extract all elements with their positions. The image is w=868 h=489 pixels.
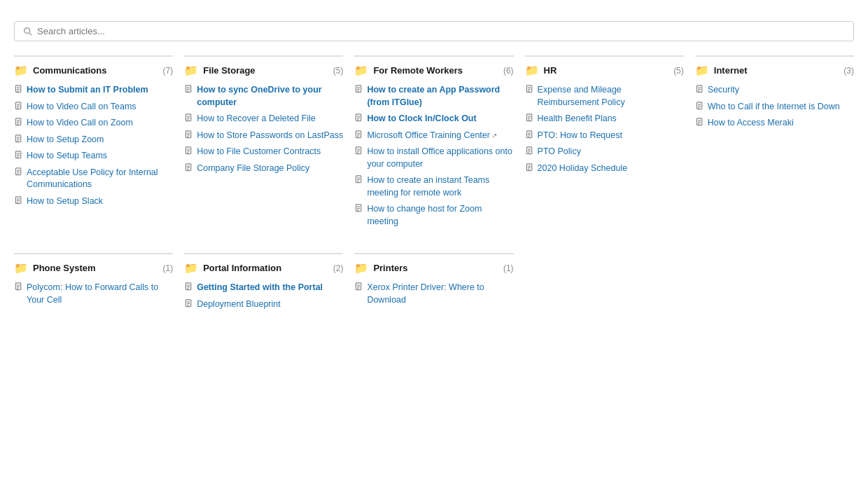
article-link[interactable]: Security [708, 84, 739, 97]
doc-icon [354, 130, 363, 139]
article-link[interactable]: How to Access Meraki [708, 117, 794, 130]
list-item: How to change host for Zoom meeting [354, 203, 513, 228]
doc-icon [184, 85, 193, 94]
list-item: How to Video Call on Teams [14, 101, 173, 113]
list-item: How to Video Call on Zoom [14, 117, 173, 130]
article-link[interactable]: Expense and Mileage Reimbursement Policy [538, 84, 684, 109]
category-title-communications: Communications [33, 65, 106, 76]
doc-icon [354, 113, 363, 123]
doc-icon [354, 85, 363, 94]
article-link[interactable]: How to Setup Teams [27, 150, 107, 163]
category-printers: 📁Printers(1) Xerox Printer Driver: Where… [354, 253, 513, 315]
doc-icon [184, 130, 193, 139]
article-link[interactable]: How to create an App Password (from ITGl… [367, 84, 513, 109]
article-link[interactable]: How to Recover a Deleted File [197, 113, 316, 125]
category-title-internet: Internet [714, 65, 748, 76]
list-item: Expense and Mileage Reimbursement Policy [525, 84, 684, 109]
category-header-phone-system: 📁Phone System(1) [14, 261, 173, 275]
list-item: Acceptable Use Policy for Internal Commu… [14, 167, 173, 191]
category-count-file-storage: (5) [333, 66, 344, 76]
article-link[interactable]: How to Submit an IT Problem [27, 84, 148, 97]
list-item: Getting Started with the Portal [184, 282, 343, 294]
category-portal-information: 📁Portal Information(2) Getting Started w… [184, 253, 343, 315]
list-item: Deployment Blueprint [184, 298, 343, 311]
list-item: Microsoft Office Training Center↗ [354, 130, 513, 142]
article-link[interactable]: Deployment Blueprint [197, 298, 281, 311]
article-link[interactable]: Health Benefit Plans [538, 113, 617, 125]
doc-icon [184, 163, 193, 172]
doc-icon [184, 113, 193, 123]
doc-icon [354, 282, 363, 291]
category-count-communications: (7) [163, 66, 174, 76]
list-item: Polycom: How to Forward Calls to Your Ce… [14, 282, 173, 306]
doc-icon [525, 113, 534, 123]
search-input[interactable] [37, 26, 845, 36]
list-item: How to Submit an IT Problem [14, 84, 173, 97]
category-header-printers: 📁Printers(1) [354, 261, 513, 275]
category-title-wrap-communications: 📁Communications [14, 64, 106, 77]
category-title-wrap-phone-system: 📁Phone System [14, 261, 96, 275]
article-link[interactable]: PTO: How to Request [538, 130, 622, 142]
category-count-hr: (5) [673, 66, 684, 76]
article-link[interactable]: Getting Started with the Portal [197, 282, 323, 294]
row2-grid: 📁Phone System(1) Polycom: How to Forward… [14, 253, 854, 336]
category-for-remote-workers: 📁For Remote Workers(6) How to create an … [354, 55, 513, 232]
article-link[interactable]: Microsoft Office Training Center↗ [367, 130, 497, 142]
article-link[interactable]: How to Setup Zoom [27, 134, 104, 146]
search-bar [14, 21, 854, 41]
category-header-hr: 📁HR(5) [525, 64, 684, 77]
list-item: How to Setup Zoom [14, 134, 173, 146]
article-link[interactable]: Acceptable Use Policy for Internal Commu… [27, 167, 173, 191]
list-item: Company File Storage Policy [184, 163, 343, 175]
doc-icon [14, 196, 23, 205]
list-item: Xerox Printer Driver: Where to Download [354, 282, 513, 306]
article-link[interactable]: How to sync OneDrive to your computer [197, 84, 343, 109]
category-header-internet: 📁Internet(3) [695, 64, 854, 77]
article-link[interactable]: How to Video Call on Teams [27, 101, 136, 113]
article-link[interactable]: Company File Storage Policy [197, 163, 309, 175]
doc-icon [184, 282, 193, 291]
list-item: How to Setup Teams [14, 150, 173, 163]
list-item: PTO: How to Request [525, 130, 684, 142]
category-header-communications: 📁Communications(7) [14, 64, 173, 77]
folder-icon: 📁 [184, 261, 198, 275]
list-item: How to Clock In/Clock Out [354, 113, 513, 125]
category-title-phone-system: Phone System [33, 263, 96, 273]
article-link[interactable]: How to change host for Zoom meeting [367, 203, 513, 228]
doc-icon [695, 118, 704, 127]
article-link[interactable]: How to Video Call on Zoom [27, 117, 133, 130]
category-title-wrap-hr: 📁HR [525, 64, 557, 77]
article-link[interactable]: How to create an instant Teams meeting f… [367, 174, 513, 199]
article-link[interactable]: Who to Call if the Internet is Down [708, 101, 840, 113]
category-count-phone-system: (1) [163, 263, 174, 273]
category-title-portal-information: Portal Information [203, 263, 281, 273]
category-title-wrap-portal-information: 📁Portal Information [184, 261, 281, 275]
category-communications: 📁Communications(7) How to Submit an IT P… [14, 55, 173, 232]
article-link[interactable]: How to Setup Slack [27, 195, 103, 208]
category-count-for-remote-workers: (6) [503, 66, 514, 76]
article-link[interactable]: How to File Customer Contracts [197, 146, 321, 158]
doc-icon [525, 85, 534, 94]
list-item: How to Setup Slack [14, 195, 173, 208]
search-icon [23, 27, 33, 36]
category-phone-system: 📁Phone System(1) Polycom: How to Forward… [14, 253, 173, 315]
doc-icon [354, 204, 363, 213]
folder-icon: 📁 [354, 261, 368, 275]
article-link[interactable]: How to install Office applications onto … [367, 146, 513, 170]
doc-icon [14, 102, 23, 111]
list-item: How to create an App Password (from ITGl… [354, 84, 513, 109]
list-item: How to Recover a Deleted File [184, 113, 343, 125]
category-title-wrap-internet: 📁Internet [695, 64, 748, 77]
external-link-icon: ↗ [491, 132, 497, 139]
article-list-phone-system: Polycom: How to Forward Calls to Your Ce… [14, 282, 173, 306]
folder-icon: 📁 [525, 64, 539, 77]
article-link[interactable]: How to Clock In/Clock Out [367, 113, 476, 125]
article-link[interactable]: Xerox Printer Driver: Where to Download [367, 282, 513, 306]
article-link[interactable]: PTO Policy [538, 146, 581, 158]
doc-icon [14, 85, 23, 94]
doc-icon [695, 85, 704, 94]
article-link[interactable]: Polycom: How to Forward Calls to Your Ce… [27, 282, 173, 306]
doc-icon [14, 151, 23, 160]
article-link[interactable]: 2020 Holiday Schedule [538, 163, 628, 175]
article-link[interactable]: How to Store Passwords on LastPass [197, 130, 343, 142]
